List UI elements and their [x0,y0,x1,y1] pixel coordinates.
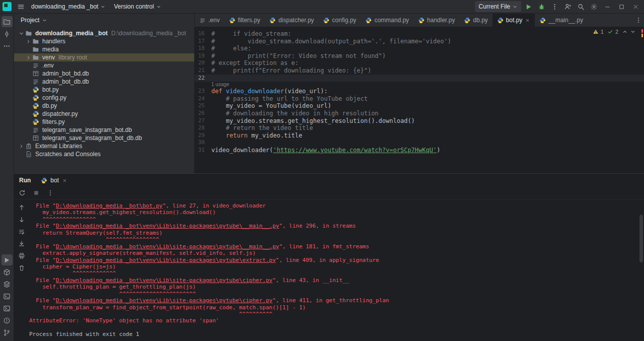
tree-item-config-py[interactable]: config.py [14,94,194,102]
tool-stripe-terminal-button[interactable] [2,303,13,314]
tree-item-scratches-and-consoles[interactable]: Scratches and Consoles [14,150,194,158]
code-editor[interactable]: 16# if video_stream:17# video_stream.dow… [195,27,644,173]
project-panel-header[interactable]: Project [14,14,194,27]
chevron-right-icon [26,55,31,60]
tree-item-external-libraries[interactable]: External Libraries [14,142,194,150]
tree-chevron-spacer [25,111,32,117]
stacktrace-file-link[interactable]: D:\downloading_media _bot\bot.py [56,202,163,209]
inspections-widget[interactable]: 1 2 [593,29,636,35]
tool-stripe-python-packages-button[interactable] [2,266,13,278]
tool-stripe-problems-button[interactable] [2,315,13,326]
code-with-me-button[interactable] [561,1,574,12]
console-line: File "D:\downloading_media _bot\venv\Lib… [29,297,644,304]
code-line-31: 31video_downloader('https://www.youtube.… [195,147,644,154]
tree-chevron[interactable] [25,38,32,45]
more-run-actions-button[interactable] [548,1,560,12]
editor-tab-db-py[interactable]: db.py [459,14,492,27]
editor-tab-bot-py[interactable]: bot.py [493,14,535,27]
main-menu-button[interactable] [15,1,27,12]
stop-icon [33,189,40,196]
console-output[interactable]: File "D:\downloading_media _bot\bot.py",… [29,199,644,341]
tree-chevron[interactable] [25,54,32,61]
stacktrace-file-link[interactable]: D:\downloading_media _bot\venv\Lib\site-… [56,243,279,250]
project-selector[interactable]: downloading_media _bot [28,1,109,12]
more-options-button[interactable] [45,187,56,198]
close-tab-icon[interactable] [62,178,67,183]
settings-button[interactable] [588,1,600,12]
editor-tab-filters-py[interactable]: filters.py [224,14,265,27]
code-line-text: video_downloader('https://www.youtube.co… [205,147,440,154]
tool-stripe-services-button[interactable] [2,279,13,290]
tool-stripe-project-button[interactable] [2,16,13,27]
rerun-button[interactable] [17,187,28,198]
stacktrace-file-link[interactable]: D:\downloading_media _bot\venv\Lib\site-… [56,277,272,284]
tool-stripe-run-button[interactable] [2,254,13,265]
tool-stripe-more-tool-windows-button[interactable] [2,40,13,51]
usage-inlay-hint[interactable]: 1 usage [195,82,644,88]
python-file-icon [41,177,47,184]
python-icon [229,17,235,24]
console-icon [3,293,11,300]
error-stripe-mark [641,29,643,33]
minimize-icon [604,4,611,10]
tree-item-filters-py[interactable]: filters.py [14,118,194,126]
prev-problem-icon[interactable] [622,29,628,35]
console-print-button[interactable] [16,250,27,261]
run-button[interactable] [522,1,534,12]
version-control-menu[interactable]: Version control [110,1,165,12]
console-soft-wrap-button[interactable] [16,226,27,237]
console-text: ", line 411, in get_throttling_plan [272,297,389,304]
tree-item-media[interactable]: media [14,45,194,53]
tool-stripe-version-control-button[interactable] [2,327,13,338]
editor-tab-config-py[interactable]: config.py [318,14,361,27]
tab-list-kebab-icon[interactable] [635,17,642,24]
tree-item-db-py[interactable]: db.py [14,102,194,110]
tree-item-admin-bot-bd-db[interactable]: admin_bot_bd.db [14,70,194,78]
stacktrace-file-link[interactable]: D:\downloading_media _bot\venv\Lib\site-… [56,297,272,304]
code-line-text: # except Exception as e: [205,59,298,67]
console-prev-frame-button[interactable] [16,202,27,213]
tree-item-env[interactable]: .env [14,61,194,70]
line-number: 31 [195,147,205,154]
tree-item-admin-bot-db-db[interactable]: admin_bot_db.db [14,78,194,86]
tree-chevron[interactable] [18,30,25,37]
editor-tab-bar: .envfilters.pydispatcher.pyconfig.pycomm… [195,14,644,27]
debug-button[interactable] [535,1,547,12]
stop-button[interactable] [31,187,42,198]
editor-tab-command-py[interactable]: command.py [361,14,414,27]
editor-tab-dispatcher-py[interactable]: dispatcher.py [265,14,318,27]
next-problem-icon[interactable] [630,29,636,35]
run-configuration-selector[interactable]: Current File [475,1,521,12]
editor-tab-main-py[interactable]: __main__.py [535,14,588,27]
stacktrace-file-link[interactable]: D:\downloading_media _bot\venv\Lib\site-… [56,257,276,263]
search-everywhere-button[interactable] [575,1,587,12]
scratch-icon [25,151,32,158]
console-scrollbar[interactable] [639,215,643,262]
console-scroll-to-end-button[interactable] [16,238,27,249]
tree-item-telegram-save-instagram-bot-db-db[interactable]: telegram_save_instagram_bot_db.db [14,134,194,142]
line-number: 22 [195,75,205,82]
maximize-button[interactable] [615,1,628,12]
editor-tab-label: handler.py [427,17,455,24]
tree-item-venv[interactable]: venvlibrary root [14,53,194,61]
editor-tab-env[interactable]: .env [195,14,224,27]
code-line-text: # video_stream.download(output_path='.',… [205,38,451,45]
close-button[interactable] [629,1,642,12]
tree-item-handlers[interactable]: handlers [14,37,194,45]
tree-item-dispatcher-py[interactable]: dispatcher.py [14,110,194,118]
tree-chevron[interactable] [18,143,25,150]
console-next-frame-button[interactable] [16,214,27,225]
console-clear-all-button[interactable] [16,262,27,274]
editor-tab-label: command.py [374,17,409,24]
tool-stripe-commit-button[interactable] [2,28,13,39]
tool-stripe-python-console-button[interactable] [2,291,13,302]
editor-tab-handler-py[interactable]: handler.py [414,14,459,27]
tree-item-downloading-media-bot[interactable]: downloading_media _botD:\downloading_med… [14,29,194,37]
close-tab-icon[interactable] [525,18,530,23]
run-tab-bot[interactable]: bot [38,174,70,187]
tree-item-telegram-save-instagram-bot-db[interactable]: telegram_save_instagram_bot.db [14,126,194,134]
minimize-button[interactable] [601,1,614,12]
print-icon [18,252,25,259]
tree-item-bot-py[interactable]: bot.py [14,86,194,94]
stacktrace-file-link[interactable]: D:\downloading_media _bot\venv\Lib\site-… [56,223,279,229]
